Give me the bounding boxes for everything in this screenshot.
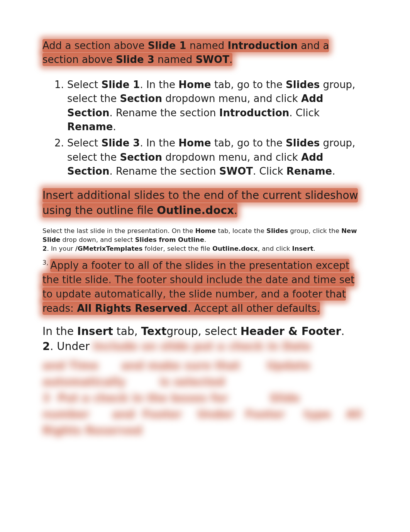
task3-lead-number: 3, [42, 259, 50, 266]
task3-intro: 3, Apply a footer to all of the slides i… [42, 258, 368, 316]
bold: Slides [286, 79, 320, 90]
task1-steps-list: Select Slide 1. In the Home tab, go to t… [42, 78, 368, 178]
bold: Introduction [219, 107, 290, 119]
blurred-content-inline: Include on slide put a check in Date [93, 340, 311, 353]
bold: Rename [67, 121, 113, 133]
task1-intro: Add a section above Slide 1 named Introd… [42, 39, 368, 67]
blurred-line: Rights Reserved [42, 423, 368, 439]
task3-intro-highlight: Apply a footer to all of the slides in t… [42, 259, 354, 315]
task3-step-2-prefix: 2. Under Include on slide put a check in… [42, 338, 368, 355]
bold: Home [195, 227, 216, 235]
text: . Rename the section [109, 107, 219, 119]
bold: Home [178, 79, 211, 90]
bold: Header & Footer [241, 325, 341, 338]
bold: Slides from Outline [135, 236, 204, 243]
bold: Text [141, 325, 167, 338]
text: group, select [166, 325, 240, 338]
text: . Rename the section [109, 165, 219, 177]
document-page: Add a section above Slide 1 named Introd… [0, 0, 410, 532]
task2-steps: Select the last slide in the presentatio… [42, 226, 368, 253]
text: tab, locate the [216, 227, 266, 235]
bold: Section [120, 151, 162, 163]
text: tab, go to the [211, 137, 286, 149]
step-number-2: 2 [42, 340, 50, 353]
text: . In your [47, 245, 75, 252]
text: drop down, and select [60, 236, 135, 243]
task2-intro: Insert additional slides to the end of t… [42, 188, 368, 218]
text: . Click [253, 165, 286, 177]
bold: Slide 3 [101, 137, 140, 149]
text: . In the [140, 79, 178, 90]
text: . [113, 121, 116, 133]
task1-step-2: Select Slide 3. In the Home tab, go to t… [67, 136, 368, 178]
text: . Click [289, 107, 319, 119]
text: . [341, 325, 344, 338]
text: group, click the [288, 227, 341, 235]
task1-step-1: Select Slide 1. In the Home tab, go to t… [67, 78, 368, 134]
blurred-line: and Time and make sure that Update [42, 358, 368, 374]
bold: Slide 1 [101, 79, 140, 90]
blurred-line: number and Footer Under Footer type All [42, 406, 368, 423]
task2-step-line2: 2. In your /GMetrixTemplates folder, sel… [42, 244, 368, 253]
bold-swot: SWOT [196, 54, 229, 65]
text: , and click [258, 245, 292, 252]
text: tab, go to the [211, 79, 286, 90]
text: . [204, 236, 206, 243]
blurred-line: automatically is selected [42, 374, 368, 390]
step-number-2: 2 [42, 245, 47, 252]
bold: Insert [292, 245, 313, 252]
text: Select the last slide in the presentatio… [42, 227, 195, 235]
text: . [229, 54, 232, 65]
task3-step-1: In the Insert tab, Textgroup, select Hea… [42, 324, 368, 339]
blurred-content-block: and Time and make sure that Update autom… [42, 358, 368, 439]
bold: Insert [77, 325, 113, 338]
bold: Rename [286, 165, 332, 177]
bold-all-rights-reserved: All Rights Reserved [77, 303, 188, 314]
task1-intro-highlight: Add a section above Slide 1 named Introd… [42, 39, 329, 66]
bold: Section [120, 93, 162, 104]
bold-slide1: Slide 1 [148, 40, 186, 51]
blurred-line: 3 Put a check in the boxes for Slide [42, 390, 368, 406]
text: named [186, 40, 228, 51]
bold-slide3: Slide 3 [116, 54, 154, 65]
bold: Home [178, 137, 211, 149]
text: . [234, 204, 237, 217]
bold: SWOT [219, 165, 253, 177]
text: dropdown menu, and click [162, 93, 301, 104]
bold: Outline.docx [212, 245, 258, 252]
text: . Accept all other defaults. [188, 303, 320, 314]
task2-step-line1: Select the last slide in the presentatio… [42, 226, 368, 244]
text: Select [67, 79, 101, 90]
text: dropdown menu, and click [162, 151, 301, 163]
text: . Under [50, 340, 93, 353]
task2-intro-highlight: Insert additional slides to the end of t… [42, 188, 358, 218]
text: In the [42, 325, 77, 338]
bold: /GMetrixTemplates [75, 245, 142, 252]
bold: Slides [266, 227, 288, 235]
bold: Slides [286, 137, 320, 149]
bold-introduction: Introduction [227, 40, 298, 51]
text: Select [67, 137, 101, 149]
text: tab, [113, 325, 141, 338]
text: named [154, 54, 196, 65]
text: . In the [140, 137, 178, 149]
bold-outline-docx: Outline.docx [157, 204, 234, 217]
text: Add a section above [42, 40, 148, 51]
text: . [313, 245, 315, 252]
text: folder, select the file [142, 245, 212, 252]
text: . [332, 165, 335, 177]
